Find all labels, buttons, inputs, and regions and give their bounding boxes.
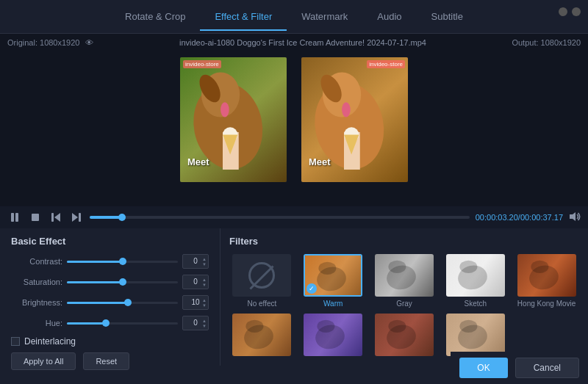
tab-watermark[interactable]: Watermark bbox=[287, 2, 362, 31]
contrast-slider[interactable] bbox=[67, 261, 178, 263]
progress-fill bbox=[90, 216, 122, 219]
filter-gray-thumb bbox=[375, 254, 434, 297]
hue-value: 0 bbox=[193, 319, 198, 327]
hue-up[interactable]: ▲ bbox=[202, 319, 207, 323]
action-buttons: Apply to All Reset bbox=[11, 352, 209, 370]
saturation-slider[interactable] bbox=[67, 281, 178, 283]
filter-row2-2-thumb bbox=[304, 314, 362, 356]
next-frame-button[interactable] bbox=[69, 210, 84, 225]
contrast-value-box[interactable]: 0 ▲ ▼ bbox=[182, 254, 209, 269]
cancel-button[interactable]: Cancel bbox=[515, 358, 579, 378]
watermark-left: invideo-store bbox=[183, 60, 221, 68]
reset-button[interactable]: Reset bbox=[83, 352, 129, 370]
apply-all-button[interactable]: Apply to All bbox=[11, 352, 76, 370]
original-res: Original: 1080x1920 bbox=[7, 38, 79, 47]
pause-button[interactable] bbox=[7, 210, 22, 225]
hue-row: Hue: 0 ▲ ▼ bbox=[11, 316, 209, 330]
prev-frame-button[interactable] bbox=[49, 210, 63, 225]
saturation-value: 0 bbox=[193, 278, 198, 286]
filter-gray-label: Gray bbox=[396, 300, 412, 308]
transport-bar: 00:00:03.20/00:00:37.17 bbox=[0, 206, 588, 228]
deinterlacing-label: Deinterlacing bbox=[24, 336, 76, 347]
hue-value-box[interactable]: 0 ▲ ▼ bbox=[182, 316, 209, 330]
contrast-down[interactable]: ▼ bbox=[202, 262, 207, 267]
video-area: Original: 1080x1920 👁 invideo-ai-1080 Do… bbox=[0, 34, 588, 206]
maximize-btn[interactable] bbox=[572, 7, 581, 16]
filter-no-effect-label: No effect bbox=[247, 300, 276, 308]
saturation-knob[interactable] bbox=[119, 278, 126, 286]
filter-sketch[interactable]: Sketch bbox=[442, 254, 508, 308]
effect-panel: Basic Effect Contrast: 0 ▲ ▼ Saturation: bbox=[0, 228, 220, 366]
filter-hk-label: Hong Kong Movie bbox=[517, 300, 576, 308]
scrollbar-track[interactable] bbox=[582, 228, 587, 294]
deinterlacing-checkbox[interactable] bbox=[11, 337, 20, 346]
contrast-spinner[interactable]: ▲ ▼ bbox=[202, 257, 207, 267]
volume-icon[interactable] bbox=[569, 211, 581, 225]
svg-rect-1 bbox=[15, 213, 18, 222]
hue-label: Hue: bbox=[11, 319, 62, 327]
filter-gray[interactable]: Gray bbox=[372, 254, 437, 308]
bottom-panel: Basic Effect Contrast: 0 ▲ ▼ Saturation: bbox=[0, 228, 588, 366]
time-display: 00:00:03.20/00:00:37.17 bbox=[476, 213, 563, 222]
filter-hk-movie[interactable]: Hong Kong Movie bbox=[514, 254, 579, 308]
svg-rect-6 bbox=[79, 213, 81, 222]
eye-icon[interactable]: 👁 bbox=[85, 38, 93, 47]
tab-effect-filter[interactable]: Effect & Filter bbox=[200, 2, 287, 31]
brightness-spinner[interactable]: ▲ ▼ bbox=[202, 298, 207, 308]
brightness-knob[interactable] bbox=[124, 299, 132, 306]
filter-warm[interactable]: ✓ Warm bbox=[301, 254, 366, 308]
tab-rotate-crop[interactable]: Rotate & Crop bbox=[110, 2, 200, 31]
contrast-knob[interactable] bbox=[119, 258, 126, 265]
hue-down[interactable]: ▼ bbox=[202, 324, 207, 328]
filter-row2-1[interactable] bbox=[229, 314, 295, 359]
svg-rect-4 bbox=[51, 213, 54, 222]
filter-no-effect[interactable]: No effect bbox=[229, 254, 295, 308]
saturation-row: Saturation: 0 ▲ ▼ bbox=[11, 275, 209, 289]
hue-fill bbox=[67, 322, 106, 325]
svg-rect-2 bbox=[32, 214, 39, 221]
brightness-row: Brightness: 10 ▲ ▼ bbox=[11, 295, 209, 310]
footer-bar: OK Cancel bbox=[451, 352, 588, 384]
svg-marker-3 bbox=[54, 213, 60, 222]
saturation-down[interactable]: ▼ bbox=[202, 283, 207, 287]
thumb-label-right: Meet bbox=[309, 156, 331, 167]
saturation-up[interactable]: ▲ bbox=[202, 278, 207, 282]
contrast-up[interactable]: ▲ bbox=[202, 257, 207, 261]
tab-subtitle[interactable]: Subtitle bbox=[417, 2, 478, 31]
ok-button[interactable]: OK bbox=[459, 358, 507, 378]
filter-row2-2[interactable] bbox=[301, 314, 366, 359]
output-res: Output: 1080x1920 bbox=[512, 38, 581, 47]
filter-row2-4-thumb bbox=[446, 314, 505, 356]
filter-row2-3[interactable] bbox=[372, 314, 437, 359]
hue-knob[interactable] bbox=[102, 319, 110, 327]
contrast-label: Contrast: bbox=[11, 257, 62, 266]
contrast-fill bbox=[67, 261, 123, 263]
minimize-btn[interactable] bbox=[559, 7, 567, 16]
contrast-value: 0 bbox=[193, 258, 198, 265]
svg-marker-7 bbox=[570, 212, 576, 221]
brightness-fill bbox=[67, 302, 128, 304]
brightness-value-box[interactable]: 10 ▲ ▼ bbox=[182, 295, 209, 310]
hue-slider[interactable] bbox=[67, 322, 178, 325]
contrast-row: Contrast: 0 ▲ ▼ bbox=[11, 254, 209, 269]
saturation-spinner[interactable]: ▲ ▼ bbox=[202, 278, 207, 287]
previews-container: invideo-store Meet invideo-store Meet bbox=[0, 51, 588, 187]
brightness-slider[interactable] bbox=[67, 302, 178, 304]
brightness-down[interactable]: ▼ bbox=[202, 303, 207, 308]
progress-bar[interactable] bbox=[90, 216, 470, 219]
filters-panel: Filters No effect ✓ Warm bbox=[220, 228, 588, 366]
filters-title: Filters bbox=[229, 236, 579, 247]
progress-thumb[interactable] bbox=[118, 214, 126, 221]
saturation-value-box[interactable]: 0 ▲ ▼ bbox=[182, 275, 209, 289]
window-controls bbox=[559, 7, 581, 16]
video-info-bar: Original: 1080x1920 👁 invideo-ai-1080 Do… bbox=[0, 34, 588, 51]
stop-button[interactable] bbox=[28, 210, 43, 225]
tab-bar: Rotate & Crop Effect & Filter Watermark … bbox=[0, 0, 588, 34]
preview-original: invideo-store Meet bbox=[180, 57, 287, 182]
tab-audio[interactable]: Audio bbox=[362, 2, 416, 31]
filter-warm-label: Warm bbox=[323, 300, 343, 308]
brightness-up[interactable]: ▲ bbox=[202, 298, 207, 303]
preview-output: invideo-store Meet bbox=[301, 57, 408, 182]
hue-spinner[interactable]: ▲ ▼ bbox=[202, 319, 207, 328]
filter-row2-1-thumb bbox=[232, 314, 291, 356]
